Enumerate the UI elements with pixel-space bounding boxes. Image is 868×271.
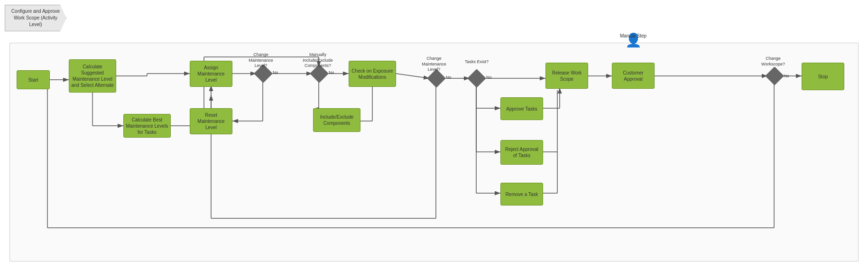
reset-ml-label: Reset Maintenance Level [192, 112, 230, 131]
diamond5-no-label: No [784, 74, 789, 78]
release-ws-node: Release Work Scope [545, 63, 588, 89]
start-node: Start [17, 70, 50, 89]
stop-label: Stop [818, 74, 828, 80]
diamond-manually-include-label: Manually Include/Exclude Components? [299, 52, 337, 69]
diagram-container: Configure and Approve Work Scope (Activi… [0, 0, 868, 271]
include-exclude-node: Include/Exclude Components [313, 108, 360, 132]
approve-tasks-node: Approve Tasks [500, 97, 543, 120]
calc-suggest-node: Calculate Suggested Maintenance Level an… [69, 59, 116, 93]
diamond1-no-label: No [273, 70, 278, 75]
diamond3-no-label: No [446, 75, 452, 80]
assign-ml-label: Assign Maintenance Level [192, 65, 230, 83]
stop-node: Stop [802, 63, 844, 90]
diamond-tasks-exist-label: Tasks Exist? [462, 59, 491, 65]
approve-tasks-label: Approve Tasks [506, 106, 537, 112]
remove-task-node: Remove a Task [500, 183, 543, 206]
diamond2-no-label: No [329, 70, 334, 75]
diamond4-no-label: No [486, 75, 492, 80]
check-exposure-label: Check on Exposure Modifications [351, 68, 394, 80]
customer-approval-label: Customer Approval [614, 70, 652, 82]
title-text: Configure and Approve Work Scope (Activi… [11, 9, 60, 27]
reset-ml-node: Reset Maintenance Level [190, 108, 232, 134]
reject-approval-node: Reject Approval of Tasks [500, 140, 543, 165]
diamond-change-ml2-label: Change Maintenance Level? [415, 56, 453, 73]
title-banner: Configure and Approve Work Scope (Activi… [5, 5, 66, 31]
calc-best-node: Calculate Best Maintenance Levels for Ta… [123, 114, 171, 138]
customer-approval-node: Customer Approval [612, 63, 655, 89]
manual-step-label: Manual Step [612, 33, 655, 38]
calc-suggest-label: Calculate Suggested Maintenance Level an… [71, 64, 114, 88]
include-exclude-label: Include/Exclude Components [315, 114, 358, 126]
diamond-change-ml1-label: Change Maintenance Level? [242, 52, 280, 69]
reject-approval-label: Reject Approval of Tasks [503, 146, 541, 159]
release-ws-label: Release Work Scope [548, 70, 586, 82]
check-exposure-node: Check on Exposure Modifications [349, 61, 396, 87]
diamond-change-ws-label: Change Workscope? [754, 56, 792, 67]
remove-task-label: Remove a Task [506, 191, 538, 197]
calc-best-label: Calculate Best Maintenance Levels for Ta… [126, 117, 168, 135]
assign-ml-node: Assign Maintenance Level [190, 61, 232, 87]
start-label: Start [28, 77, 38, 83]
